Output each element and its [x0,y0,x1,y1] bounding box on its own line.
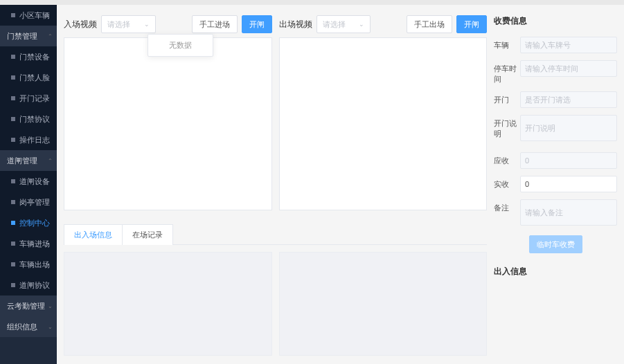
chevron-down-icon: ⌄ [48,324,53,330]
sidebar-item-org-info[interactable]: 组织信息⌄ [0,316,57,337]
should-input[interactable]: 0 [520,152,617,169]
chevron-down-icon: ⌄ [359,21,364,28]
tab-present-record[interactable]: 在场记录 [123,224,173,245]
sidebar-item-label: 岗亭管理 [19,197,50,208]
sidebar-item-open-record[interactable]: 开门记录 [0,88,57,109]
sidebar-item-label: 道闸设备 [19,176,50,187]
layout: 小区车辆 门禁管理⌃ 门禁设备 门禁人脸 开门记录 门禁协议 操作日志 道闸管理… [0,5,624,364]
open-label: 开门 [494,91,520,105]
record-row [64,252,487,362]
open-gate-in-button[interactable]: 开闸 [242,15,272,33]
dropdown-empty-text: 无数据 [169,41,192,49]
remark-input[interactable]: 请输入备注 [520,199,617,226]
sidebar-item-community-car[interactable]: 小区车辆 [0,5,57,26]
manual-in-button[interactable]: 手工进场 [192,15,238,33]
sidebar-item-label: 道闸管理 [7,156,37,166]
chevron-up-icon: ⌃ [48,158,53,164]
chevron-down-icon: ⌄ [48,303,53,309]
sidebar-item-label: 开门记录 [19,93,50,104]
sidebar-item-gate-protocol[interactable]: 道闸协议 [0,275,57,295]
park-time-label: 停车时间 [494,60,520,84]
sidebar-item-access-protocol[interactable]: 门禁协议 [0,109,57,129]
sidebar-item-control-center[interactable]: 控制中心 [0,212,57,233]
open-gate-out-button[interactable]: 开闸 [456,15,487,33]
sidebar-item-label: 门禁设备 [19,52,50,62]
sidebar-item-car-in[interactable]: 车辆进场 [0,233,57,254]
top-bar [0,0,624,5]
sidebar-item-cloud-attendance[interactable]: 云考勤管理⌄ [0,295,57,316]
should-label: 应收 [494,152,520,166]
sidebar-item-label: 车辆进场 [19,239,50,249]
open-input[interactable]: 是否开门请选 [520,91,617,108]
video-in-select[interactable]: 请选择 ⌄ [101,15,156,33]
tabs: 出入场信息 在场记录 [64,224,487,245]
temp-car-fee-button[interactable]: 临时车收费 [529,235,582,253]
park-time-input[interactable]: 请输入停车时间 [520,60,617,77]
actual-input[interactable]: 0 [520,176,617,192]
video-out-box [279,37,488,210]
sidebar-item-label: 道闸协议 [19,280,50,291]
center-column: 入场视频 请选择 ⌄ 手工进场 开闸 出场视频 [64,7,487,362]
video-out-select[interactable]: 请选择 ⌄ [317,15,371,33]
video-out-column: 出场视频 请选择 ⌄ 手工出场 开闸 [279,15,488,210]
sidebar-item-access-mgmt[interactable]: 门禁管理⌃ [0,26,57,46]
record-out-box [279,252,488,356]
sidebar-item-label: 组织信息 [7,322,37,332]
manual-out-button[interactable]: 手工出场 [407,15,452,33]
chevron-up-icon: ⌃ [48,33,53,39]
sidebar-item-label: 车辆出场 [19,260,50,270]
open-note-input[interactable]: 开门说明 [520,115,617,141]
sidebar-item-access-face[interactable]: 门禁人脸 [0,67,57,88]
sidebar-item-label: 控制中心 [19,218,50,228]
sidebar-item-gate-mgmt[interactable]: 道闸管理⌃ [0,150,57,171]
video-in-label: 入场视频 [64,19,97,30]
sidebar-item-car-out[interactable]: 车辆出场 [0,254,57,275]
sidebar-item-label: 门禁人脸 [19,73,50,83]
sidebar-item-op-log[interactable]: 操作日志 [0,129,57,150]
sidebar-item-label: 门禁管理 [7,31,37,42]
chevron-down-icon: ⌄ [144,21,150,28]
main-content: 入场视频 请选择 ⌄ 手工进场 开闸 出场视频 [57,5,624,364]
open-note-label: 开门说明 [494,115,520,139]
video-out-label: 出场视频 [279,19,312,30]
select-placeholder: 请选择 [323,19,346,30]
video-row: 入场视频 请选择 ⌄ 手工进场 开闸 出场视频 [64,15,487,210]
remark-label: 备注 [494,199,520,213]
sidebar-item-label: 门禁协议 [19,114,50,125]
record-in-box [64,252,272,356]
sidebar-item-label: 操作日志 [19,135,50,145]
fee-info-title: 收费信息 [494,15,617,27]
sidebar-item-label: 云考勤管理 [7,301,45,311]
sidebar-item-access-device[interactable]: 门禁设备 [0,46,57,67]
video-in-box [64,37,272,210]
select-dropdown-panel: 无数据 [148,34,213,57]
sidebar-item-gate-device[interactable]: 道闸设备 [0,171,57,192]
sidebar: 小区车辆 门禁管理⌃ 门禁设备 门禁人脸 开门记录 门禁协议 操作日志 道闸管理… [0,5,57,364]
sidebar-item-label: 小区车辆 [19,10,50,21]
car-label: 车辆 [494,37,520,51]
sidebar-item-booth-mgmt[interactable]: 岗亭管理 [0,192,57,212]
tab-in-out-info[interactable]: 出入场信息 [64,224,123,245]
actual-label: 实收 [494,176,520,190]
car-input[interactable]: 请输入车牌号 [520,37,617,53]
select-placeholder: 请选择 [107,19,130,30]
inout-info-title: 出入信息 [494,266,617,277]
right-column: 收费信息 车辆 请输入车牌号 停车时间 请输入停车时间 开门 是否开门请选 开门… [494,7,617,362]
